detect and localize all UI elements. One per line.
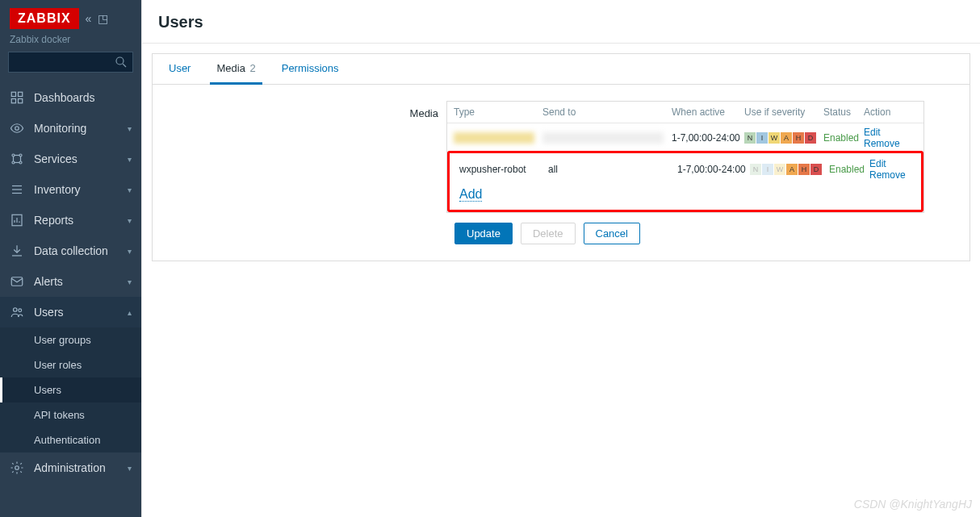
fullscreen-icon[interactable]: ◳ (98, 12, 108, 25)
svg-rect-4 (11, 99, 15, 103)
media-row: 1-7,00:00-24:00NIWAHDEnabledEdit Remove (447, 123, 923, 152)
sidebar-item-dashboards[interactable]: Dashboards (0, 82, 141, 113)
svg-rect-2 (11, 92, 15, 96)
severity-A: A (781, 132, 792, 144)
chevron-down-icon: ▾ (128, 155, 132, 164)
delete-button: Delete (521, 223, 576, 244)
inventory-icon (10, 182, 24, 197)
remove-link[interactable]: Remove (864, 138, 900, 149)
sidebar-item-monitoring[interactable]: Monitoring▾ (0, 113, 141, 144)
sidebar-item-data[interactable]: Data collection▾ (0, 236, 141, 266)
svg-point-10 (19, 161, 22, 164)
subnav-user-roles[interactable]: User roles (0, 352, 141, 377)
page-title: Users (142, 0, 980, 44)
sidebar-item-inventory[interactable]: Inventory▾ (0, 174, 141, 205)
sidebar-item-label: Alerts (34, 275, 63, 288)
reports-icon (10, 213, 24, 227)
media-sendto (542, 132, 672, 144)
severity-boxes: NIWAHD (744, 132, 823, 144)
col-header-severity: Use if severity (744, 106, 823, 118)
severity-N: N (750, 164, 761, 175)
sidebar-item-alerts[interactable]: Alerts▾ (0, 266, 141, 297)
subnav-user-groups[interactable]: User groups (0, 327, 141, 352)
col-header-type: Type (454, 106, 542, 118)
svg-line-1 (123, 64, 126, 67)
col-header-status: Status (823, 106, 864, 118)
sidebar-item-label: Reports (34, 214, 73, 227)
media-table: Type Send to When active Use if severity… (446, 101, 924, 213)
svg-point-0 (116, 57, 124, 65)
sidebar-item-admin[interactable]: Administration▾ (0, 452, 141, 483)
severity-I: I (756, 132, 768, 144)
tabs: UserMedia 2Permissions (153, 54, 970, 85)
severity-A: A (786, 164, 798, 175)
severity-H: H (793, 132, 804, 144)
chevron-up-icon: ▴ (128, 308, 132, 317)
main-content: Users UserMedia 2Permissions Media Type … (141, 0, 980, 517)
severity-I: I (762, 164, 773, 175)
svg-point-7 (12, 154, 15, 156)
severity-W: W (769, 132, 780, 144)
media-row: wxpusher-robotall1-7,00:00-24:00NIWAHDEn… (453, 155, 918, 184)
svg-point-24 (14, 308, 18, 312)
remove-link[interactable]: Remove (869, 169, 906, 181)
sidebar-item-label: Data collection (34, 244, 108, 257)
logo: ZABBIX (10, 8, 79, 29)
edit-link[interactable]: Edit (869, 158, 886, 169)
search-icon[interactable] (114, 55, 128, 72)
edit-link[interactable]: Edit (864, 127, 881, 138)
subnav-api-tokens[interactable]: API tokens (0, 402, 141, 427)
add-media-link[interactable]: Add (459, 187, 482, 202)
media-status[interactable]: Enabled (829, 164, 869, 175)
cancel-button[interactable]: Cancel (584, 223, 640, 244)
subnav-users[interactable]: Users (0, 377, 141, 402)
monitoring-icon (10, 121, 24, 136)
col-header-sendto: Send to (542, 106, 672, 118)
sidebar-item-services[interactable]: Services▾ (0, 144, 141, 174)
chevron-down-icon: ▾ (128, 216, 132, 225)
sidebar-item-label: Inventory (34, 183, 81, 196)
server-name: Zabbix docker (10, 34, 132, 45)
sidebar-item-reports[interactable]: Reports▾ (0, 205, 141, 236)
sidebar: ZABBIX « ◳ Zabbix docker DashboardsMonit… (0, 0, 141, 517)
severity-N: N (744, 132, 756, 144)
update-button[interactable]: Update (454, 223, 513, 244)
severity-D: D (810, 164, 822, 175)
severity-H: H (798, 164, 810, 175)
admin-icon (10, 461, 24, 475)
sidebar-item-users[interactable]: Users▴ (0, 297, 141, 327)
tab-permissions[interactable]: Permissions (275, 54, 346, 84)
watermark: CSDN @KnightYangHJ (854, 498, 972, 511)
alerts-icon (10, 274, 24, 289)
svg-point-26 (15, 466, 19, 470)
subnav-authentication[interactable]: Authentication (0, 427, 141, 452)
sidebar-item-label: Users (34, 306, 64, 319)
services-icon (10, 152, 24, 166)
chevron-down-icon: ▾ (128, 277, 132, 286)
severity-D: D (805, 132, 816, 144)
media-sendto: all (548, 164, 677, 175)
chevron-down-icon: ▾ (128, 247, 132, 256)
dashboards-icon (10, 90, 24, 105)
media-when: 1-7,00:00-24:00 (672, 132, 744, 144)
collapse-sidebar-icon[interactable]: « (86, 12, 92, 25)
tab-media[interactable]: Media 2 (210, 54, 262, 85)
tab-user[interactable]: User (162, 54, 197, 84)
svg-point-6 (15, 127, 19, 131)
data-icon (10, 244, 24, 258)
sidebar-item-label: Monitoring (34, 122, 86, 135)
media-status[interactable]: Enabled (823, 132, 864, 144)
svg-point-25 (19, 309, 22, 312)
svg-rect-3 (19, 92, 23, 96)
media-type (454, 132, 542, 144)
chevron-down-icon: ▾ (128, 464, 132, 473)
media-label: Media (172, 101, 446, 119)
svg-point-9 (12, 161, 15, 164)
sidebar-item-label: Dashboards (34, 91, 95, 104)
severity-W: W (774, 164, 785, 175)
sidebar-item-label: Services (34, 152, 77, 165)
severity-boxes: NIWAHD (750, 164, 829, 175)
svg-rect-23 (11, 277, 23, 286)
media-type: wxpusher-robot (459, 164, 548, 175)
chevron-down-icon: ▾ (128, 124, 132, 133)
